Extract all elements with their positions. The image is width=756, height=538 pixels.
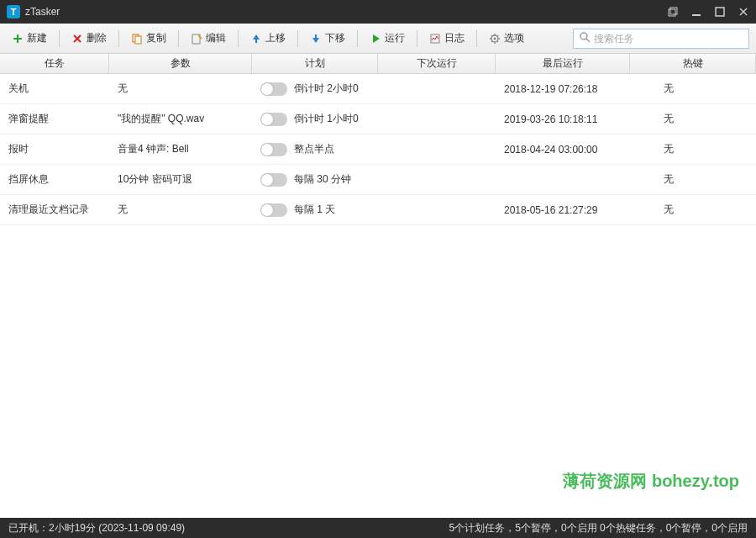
- edit-label: 编辑: [206, 31, 226, 45]
- edit-button[interactable]: 编辑: [186, 29, 231, 48]
- status-summary: 5个计划任务，5个暂停，0个启用 0个热键任务，0个暂停，0个启用: [449, 521, 748, 535]
- cell-plan: 整点半点: [252, 142, 378, 156]
- separator: [357, 30, 358, 47]
- cell-param: 10分钟 密码可退: [109, 172, 252, 187]
- run-button[interactable]: 运行: [365, 29, 410, 48]
- toggle-switch[interactable]: [260, 113, 287, 126]
- delete-button[interactable]: 删除: [66, 29, 112, 48]
- new-label: 新建: [27, 31, 47, 45]
- titlebar: T zTasker: [0, 0, 756, 24]
- window-controls: [667, 6, 749, 18]
- log-label: 日志: [444, 31, 465, 45]
- play-icon: [370, 33, 381, 45]
- options-button[interactable]: 选项: [484, 29, 529, 48]
- table-row[interactable]: 关机 无 倒计时 2小时0 2018-12-19 07:26:18 无: [0, 74, 756, 104]
- svg-rect-3: [716, 8, 724, 16]
- cell-task: 挡屏休息: [0, 172, 109, 187]
- run-label: 运行: [385, 31, 405, 45]
- cell-last: 2018-12-19 07:26:18: [496, 83, 630, 95]
- copy-icon: [131, 33, 143, 45]
- svg-point-16: [494, 37, 496, 40]
- cell-hotkey: 无: [630, 203, 756, 217]
- svg-line-26: [586, 39, 590, 42]
- task-rows: 关机 无 倒计时 2小时0 2018-12-19 07:26:18 无 弹窗提醒…: [0, 74, 756, 518]
- cell-hotkey: 无: [630, 112, 756, 126]
- restore-down-icon[interactable]: [667, 6, 679, 18]
- minimize-icon[interactable]: [690, 6, 702, 18]
- cell-last: 2019-03-26 10:18:11: [496, 113, 630, 125]
- cell-task: 清理最近文档记录: [0, 203, 109, 217]
- cell-last: 2018-04-24 03:00:00: [496, 144, 630, 156]
- watermark: 薄荷资源网 bohezy.top: [563, 470, 739, 493]
- svg-line-13: [198, 35, 202, 39]
- cell-hotkey: 无: [630, 142, 756, 156]
- app-title: zTasker: [25, 6, 667, 18]
- svg-rect-11: [135, 36, 141, 44]
- col-header-next[interactable]: 下次运行: [378, 54, 496, 73]
- edit-icon: [191, 33, 202, 45]
- col-header-task[interactable]: 任务: [0, 54, 109, 73]
- cell-param: 无: [109, 203, 252, 217]
- cell-plan: 倒计时 2小时0: [252, 82, 378, 96]
- search-icon: [579, 31, 591, 45]
- col-header-param[interactable]: 参数: [109, 54, 252, 73]
- arrow-down-icon: [310, 33, 322, 45]
- options-label: 选项: [504, 31, 524, 45]
- cell-hotkey: 无: [630, 82, 756, 96]
- search-input[interactable]: [594, 33, 743, 45]
- cell-param: "我的提醒" QQ.wav: [109, 112, 252, 126]
- log-icon: [429, 33, 441, 45]
- copy-label: 复制: [146, 31, 166, 45]
- moveup-label: 上移: [265, 31, 286, 45]
- separator: [59, 30, 60, 47]
- plus-icon: [12, 33, 24, 45]
- toggle-switch[interactable]: [260, 203, 287, 217]
- table-row[interactable]: 挡屏休息 10分钟 密码可退 每隔 30 分钟 无: [0, 165, 756, 195]
- cell-hotkey: 无: [630, 172, 756, 187]
- plan-text: 倒计时 1小时0: [294, 112, 359, 126]
- new-button[interactable]: 新建: [7, 29, 52, 48]
- table-row[interactable]: 清理最近文档记录 无 每隔 1 天 2018-05-16 21:27:29 无: [0, 195, 756, 225]
- col-header-plan[interactable]: 计划: [252, 54, 378, 73]
- cell-task: 关机: [0, 82, 109, 96]
- maximize-icon[interactable]: [714, 6, 726, 18]
- arrow-up-icon: [250, 33, 262, 45]
- log-button[interactable]: 日志: [424, 29, 470, 48]
- movedown-label: 下移: [325, 31, 345, 45]
- cell-param: 无: [109, 82, 252, 96]
- svg-line-23: [497, 35, 499, 37]
- col-header-hotkey[interactable]: 热键: [630, 54, 756, 73]
- separator: [178, 30, 179, 47]
- separator: [476, 30, 477, 47]
- cell-plan: 每隔 1 天: [252, 203, 378, 217]
- statusbar: 已开机：2小时19分 (2023-11-09 09:49) 5个计划任务，5个暂…: [0, 518, 756, 538]
- separator: [118, 30, 119, 47]
- toggle-switch[interactable]: [260, 173, 287, 187]
- delete-label: 删除: [87, 31, 107, 45]
- toggle-switch[interactable]: [260, 82, 287, 96]
- svg-line-24: [491, 40, 493, 42]
- toggle-switch[interactable]: [260, 143, 287, 156]
- copy-button[interactable]: 复制: [126, 29, 171, 48]
- search-wrap: [573, 29, 749, 49]
- table-row[interactable]: 弹窗提醒 "我的提醒" QQ.wav 倒计时 1小时0 2019-03-26 1…: [0, 104, 756, 134]
- separator: [238, 30, 239, 47]
- svg-rect-1: [670, 8, 677, 14]
- svg-point-25: [580, 33, 587, 40]
- table-row[interactable]: 报时 音量4 钟声: Bell 整点半点 2018-04-24 03:00:00…: [0, 134, 756, 165]
- close-icon[interactable]: [738, 6, 749, 18]
- svg-line-21: [491, 35, 493, 37]
- cell-task: 报时: [0, 142, 109, 156]
- plan-text: 每隔 1 天: [294, 203, 335, 217]
- delete-icon: [71, 33, 83, 45]
- plan-text: 每隔 30 分钟: [294, 172, 351, 187]
- moveup-button[interactable]: 上移: [245, 29, 291, 48]
- movedown-button[interactable]: 下移: [305, 29, 350, 48]
- col-header-last[interactable]: 最后运行: [496, 54, 630, 73]
- status-uptime: 已开机：2小时19分 (2023-11-09 09:49): [8, 521, 449, 535]
- cell-plan: 倒计时 1小时0: [252, 112, 378, 126]
- cell-task: 弹窗提醒: [0, 112, 109, 126]
- search-box[interactable]: [573, 29, 749, 49]
- cell-param: 音量4 钟声: Bell: [109, 142, 252, 156]
- svg-line-22: [497, 40, 499, 42]
